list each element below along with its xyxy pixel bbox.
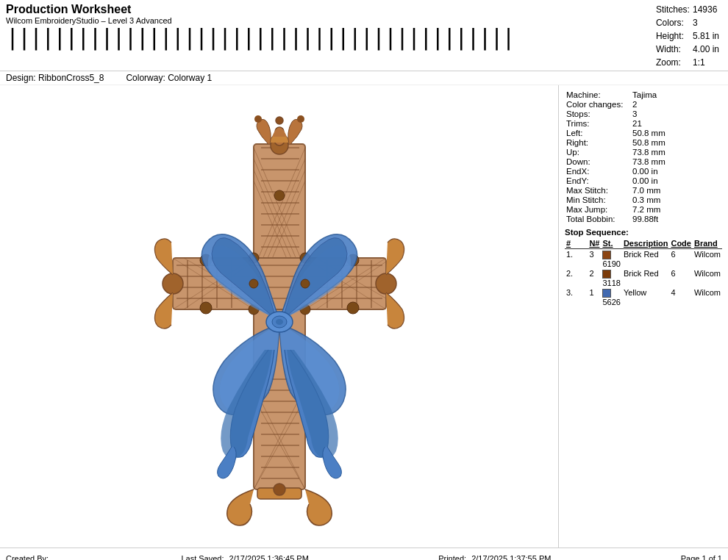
seq-brand: Wilcom — [693, 287, 722, 306]
last-saved-label: Last Saved: — [181, 554, 224, 561]
seq-description: Yellow — [622, 287, 670, 306]
endx-value: 0.00 in — [631, 166, 722, 176]
endy-label: EndY: — [565, 176, 631, 185]
colorway-value: Colorway 1 — [168, 73, 212, 83]
color-changes-label: Color changes: — [565, 99, 631, 109]
zoom-label: Zoom: — [656, 56, 693, 69]
design-label: Design: — [6, 73, 36, 83]
max-jump-value: 7.2 mm — [631, 204, 722, 214]
stop-sequence-title: Stop Sequence: — [565, 228, 722, 237]
seq-n: 3 — [588, 249, 601, 269]
stitches-label: Stitches: — [656, 3, 693, 16]
printed-label: Printed: — [438, 554, 466, 561]
col-header-num: # — [565, 238, 588, 249]
created-by-label: Created By: — [6, 554, 49, 561]
color-swatch — [602, 289, 611, 298]
seq-description: Brick Red — [622, 249, 670, 269]
footer: Created By: Last Saved: 2/17/2025 1:36:4… — [0, 548, 728, 560]
left-value: 50.8 mm — [631, 128, 722, 137]
right-value: 50.8 mm — [631, 137, 722, 147]
height-value: 5.81 in — [693, 29, 722, 43]
seq-n: 2 — [588, 268, 601, 287]
header-stats: Stitches: 14936 Colors: 3 Height: 5.81 i… — [656, 3, 722, 69]
stops-label: Stops: — [565, 109, 631, 118]
seq-description: Brick Red — [622, 268, 670, 287]
seq-brand: Wilcom — [693, 268, 722, 287]
barcode: ||||||||||||||||||||||||||||||||||||||||… — [6, 26, 514, 49]
endx-label: EndX: — [565, 166, 631, 176]
col-header-n: N# — [588, 238, 601, 249]
color-swatch — [602, 251, 611, 259]
svg-point-78 — [301, 279, 310, 288]
total-bobbin-label: Total Bobbin: — [565, 214, 631, 223]
seq-st: 5626 — [601, 287, 621, 306]
min-stitch-value: 0.3 mm — [631, 195, 722, 204]
seq-num: 1. — [565, 249, 588, 269]
svg-point-68 — [347, 302, 359, 314]
colors-value: 3 — [693, 16, 722, 29]
embroidery-svg — [99, 100, 460, 534]
trims-label: Trims: — [565, 118, 631, 128]
seq-st: 6190 — [601, 249, 621, 269]
page-title: Production Worksheet — [6, 3, 514, 16]
svg-point-80 — [297, 115, 304, 123]
col-header-code: Code — [669, 238, 693, 249]
color-swatch — [602, 270, 611, 279]
table-row: 2. 2 3118 Brick Red 6 Wilcom — [565, 268, 722, 287]
table-row: 1. 3 6190 Brick Red 6 Wilcom — [565, 249, 722, 269]
header-left: Production Worksheet Wilcom EmbroiderySt… — [6, 3, 514, 69]
seq-code: 6 — [669, 249, 693, 269]
seq-brand: Wilcom — [693, 249, 722, 269]
last-saved: Last Saved: 2/17/2025 1:36:45 PM — [181, 554, 308, 561]
col-header-brand: Brand — [693, 238, 722, 249]
main-content: Machine: Tajima Color changes: 2 Stops: … — [0, 85, 728, 548]
machine-value: Tajima — [631, 90, 722, 99]
max-stitch-label: Max Stitch: — [565, 185, 631, 195]
design-name-item: Design: RibbonCross5_8 — [6, 73, 104, 83]
max-jump-label: Max Jump: — [565, 204, 631, 214]
design-value: RibbonCross5_8 — [38, 73, 104, 83]
min-stitch-label: Min Stitch: — [565, 195, 631, 204]
svg-point-75 — [276, 319, 283, 325]
down-label: Down: — [565, 157, 631, 166]
total-bobbin-value: 99.88ft — [631, 214, 722, 223]
right-label: Right: — [565, 137, 631, 147]
col-header-st: St. — [601, 238, 621, 249]
svg-point-67 — [200, 302, 212, 314]
stops-value: 3 — [631, 109, 722, 118]
seq-n: 1 — [588, 287, 601, 306]
table-row: 3. 1 5626 Yellow 4 Wilcom — [565, 287, 722, 306]
width-label: Width: — [656, 43, 693, 56]
svg-point-76 — [274, 190, 285, 201]
seq-code: 4 — [669, 287, 693, 306]
stop-sequence-table: # N# St. Description Code Brand 1. 3 619… — [565, 238, 722, 306]
last-saved-value: 2/17/2025 1:36:45 PM — [229, 554, 309, 561]
colors-label: Colors: — [656, 16, 693, 29]
svg-point-79 — [254, 115, 262, 123]
trims-value: 21 — [631, 118, 722, 128]
svg-point-60 — [276, 117, 283, 124]
machine-label: Machine: — [565, 90, 631, 99]
embroidery-preview — [99, 100, 460, 534]
svg-point-77 — [249, 279, 258, 288]
colorway-label: Colorway: — [126, 73, 165, 83]
color-changes-value: 2 — [631, 99, 722, 109]
printed-value: 2/17/2025 1:37:55 PM — [471, 554, 551, 561]
max-stitch-value: 7.0 mm — [631, 185, 722, 195]
created-by: Created By: — [6, 554, 51, 561]
height-label: Height: — [656, 29, 693, 43]
col-header-desc: Description — [622, 238, 670, 249]
seq-num: 2. — [565, 268, 588, 287]
endy-value: 0.00 in — [631, 176, 722, 185]
page-indicator: Page 1 of 1 — [681, 554, 722, 561]
canvas-area — [0, 85, 559, 548]
machine-info-table: Machine: Tajima Color changes: 2 Stops: … — [565, 90, 722, 223]
colorway-item: Colorway: Colorway 1 — [126, 73, 212, 83]
down-value: 73.8 mm — [631, 157, 722, 166]
seq-num: 3. — [565, 287, 588, 306]
width-value: 4.00 in — [693, 43, 722, 56]
up-value: 73.8 mm — [631, 147, 722, 157]
svg-point-64 — [376, 273, 396, 294]
printed: Printed: 2/17/2025 1:37:55 PM — [438, 554, 551, 561]
design-info: Design: RibbonCross5_8 Colorway: Colorwa… — [0, 71, 728, 85]
